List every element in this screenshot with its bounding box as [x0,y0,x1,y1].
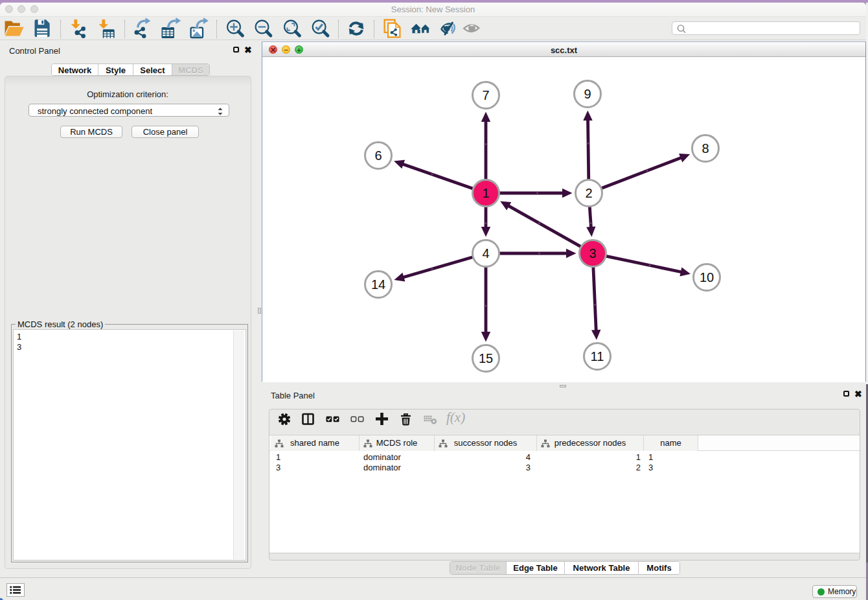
svg-text:8: 8 [702,141,709,156]
svg-text:4: 4 [482,246,489,260]
svg-text:14: 14 [371,277,385,292]
svg-text:9: 9 [584,87,591,101]
svg-text:10: 10 [700,270,714,284]
svg-text:15: 15 [479,351,493,365]
svg-text:6: 6 [374,148,382,163]
svg-text:7: 7 [482,88,489,102]
svg-text:2: 2 [585,186,592,200]
svg-text:1: 1 [482,186,489,200]
svg-text:3: 3 [589,246,596,260]
svg-text:11: 11 [591,349,604,363]
